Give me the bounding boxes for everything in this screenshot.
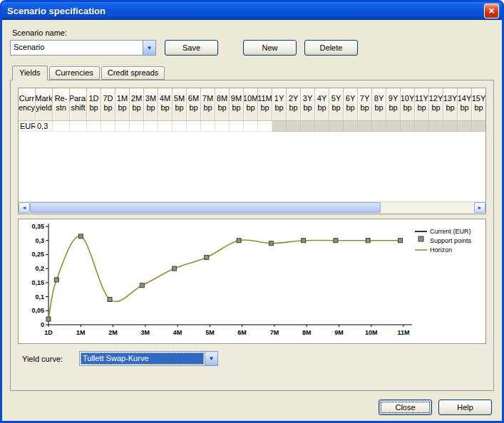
grid-cell[interactable] — [401, 121, 415, 132]
grid-cell[interactable] — [472, 121, 485, 132]
save-button[interactable]: Save — [165, 40, 218, 56]
grid-cell[interactable] — [158, 121, 173, 132]
grid-body: EUR0,3 — [19, 121, 485, 202]
grid-column-header: 2Mbp — [130, 88, 144, 121]
grid-cell[interactable]: EUR — [19, 121, 36, 132]
close-icon: ✕ — [488, 6, 495, 16]
grid-column-header: 14Ybp — [458, 88, 472, 121]
grid-column-header: 12Ybp — [429, 88, 443, 121]
yield-curve-combobox[interactable]: Tullett Swap-Kurve ▼ — [79, 351, 218, 366]
grid-cell[interactable] — [372, 121, 386, 132]
titlebar-close-button[interactable]: ✕ — [484, 4, 499, 19]
grid-column-header: 4Ybp — [315, 88, 329, 121]
grid-column-header: Re-stn — [53, 88, 70, 121]
svg-text:0,05: 0,05 — [31, 307, 44, 314]
tab-yields[interactable]: Yields — [12, 66, 48, 80]
grid-cell[interactable] — [429, 121, 443, 132]
grid-column-header: 7Ybp — [358, 88, 372, 121]
grid-cell[interactable] — [115, 121, 130, 132]
chevron-down-icon[interactable]: ▼ — [205, 352, 217, 365]
tab-currencies[interactable]: Currencies — [49, 66, 100, 80]
grid-cell[interactable] — [272, 121, 287, 132]
horizontal-scrollbar[interactable]: ◄ ► — [19, 202, 485, 214]
svg-text:8M: 8M — [302, 329, 312, 336]
svg-text:0: 0 — [41, 321, 44, 328]
grid-cell[interactable] — [144, 121, 158, 132]
grid-cell[interactable] — [230, 121, 244, 132]
grid-cell[interactable] — [87, 121, 101, 132]
grid-header: CurrencyMarkyieldRe-stnParalshift1Dbp7Db… — [19, 88, 485, 121]
yield-chart: 00,050,10,150,20,250,30,351D1M2M3M4M5M6M… — [18, 219, 486, 344]
yield-curve-value: Tullett Swap-Kurve — [81, 352, 204, 365]
yield-curve-row: Yield curve: Tullett Swap-Kurve ▼ — [18, 351, 486, 366]
scrollbar-track[interactable] — [30, 202, 474, 214]
grid-column-header: 2Ybp — [287, 88, 301, 121]
grid-cell[interactable] — [315, 121, 329, 132]
svg-text:Current (EUR): Current (EUR) — [430, 228, 471, 235]
scrollbar-thumb[interactable] — [30, 202, 381, 213]
grid-cell[interactable] — [53, 121, 70, 132]
scenario-controls: Scenario ▼ Save New Delete — [10, 40, 494, 56]
grid-column-header: 8Mbp — [215, 88, 230, 121]
grid-column-header: 10Ybp — [401, 88, 415, 121]
grid-cell[interactable] — [215, 121, 230, 132]
grid-cell[interactable] — [358, 121, 372, 132]
grid-column-header: 1Mbp — [115, 88, 130, 121]
grid-column-header: Markyield — [36, 88, 53, 121]
new-button[interactable]: New — [243, 40, 297, 56]
svg-text:0,3: 0,3 — [35, 237, 44, 244]
grid-cell[interactable] — [130, 121, 144, 132]
grid-cell[interactable] — [415, 121, 429, 132]
tab-bar: Yields Currencies Credit spreads — [10, 66, 494, 80]
grid-column-header: 1Ybp — [272, 88, 287, 121]
help-button[interactable]: Help — [438, 400, 492, 415]
delete-button[interactable]: Delete — [304, 40, 358, 56]
grid-cell[interactable] — [258, 121, 272, 132]
grid-cell[interactable] — [386, 121, 401, 132]
tab-credit-spreads[interactable]: Credit spreads — [101, 66, 165, 80]
grid-column-header: 8Ybp — [372, 88, 386, 121]
chevron-down-icon[interactable]: ▼ — [143, 41, 155, 55]
svg-text:4M: 4M — [173, 329, 182, 336]
grid-cell[interactable] — [301, 121, 315, 132]
grid-cell[interactable] — [70, 121, 87, 132]
svg-text:2M: 2M — [108, 329, 118, 336]
grid-column-header: Currency — [19, 88, 36, 121]
grid-column-header: 5Mbp — [173, 88, 187, 121]
grid-cell[interactable] — [101, 121, 115, 132]
grid-cell[interactable]: 0,3 — [36, 121, 53, 132]
dialog-footer: Close Help — [10, 400, 494, 415]
grid-cell[interactable] — [287, 121, 301, 132]
scenario-combobox-value: Scenario — [11, 41, 143, 55]
grid-cell[interactable] — [244, 121, 258, 132]
scroll-left-icon[interactable]: ◄ — [19, 202, 30, 213]
svg-text:1M: 1M — [76, 329, 86, 336]
grid-cell[interactable] — [458, 121, 472, 132]
grid-cell[interactable] — [187, 121, 201, 132]
grid-column-header: 1Dbp — [87, 88, 101, 121]
svg-text:10M: 10M — [365, 329, 378, 336]
grid-column-header: 9Ybp — [386, 88, 401, 121]
grid-cell[interactable] — [329, 121, 344, 132]
svg-text:1D: 1D — [44, 329, 53, 336]
yields-tab-panel: CurrencyMarkyieldRe-stnParalshift1Dbp7Db… — [10, 80, 494, 391]
scroll-right-icon[interactable]: ► — [474, 202, 485, 213]
grid-column-header: 11Ybp — [415, 88, 429, 121]
grid-column-header: 10Mbp — [244, 88, 258, 121]
svg-text:3M: 3M — [141, 329, 150, 336]
grid-cell[interactable] — [201, 121, 215, 132]
grid-column-header: 7Dbp — [101, 88, 115, 121]
svg-text:7M: 7M — [270, 329, 279, 336]
dialog-window: Scenario specification ✕ Scenario name: … — [0, 0, 504, 423]
close-button[interactable]: Close — [379, 400, 432, 415]
svg-text:0,35: 0,35 — [31, 223, 44, 230]
svg-text:0,15: 0,15 — [31, 279, 44, 286]
svg-text:Horizon: Horizon — [430, 246, 452, 254]
grid-column-header: 3Mbp — [144, 88, 158, 121]
svg-text:0,25: 0,25 — [31, 251, 44, 258]
grid-cell[interactable] — [443, 121, 458, 132]
grid-cell[interactable] — [344, 121, 358, 132]
scenario-combobox[interactable]: Scenario ▼ — [10, 40, 156, 56]
grid-column-header: 9Mbp — [230, 88, 244, 121]
grid-cell[interactable] — [173, 121, 187, 132]
